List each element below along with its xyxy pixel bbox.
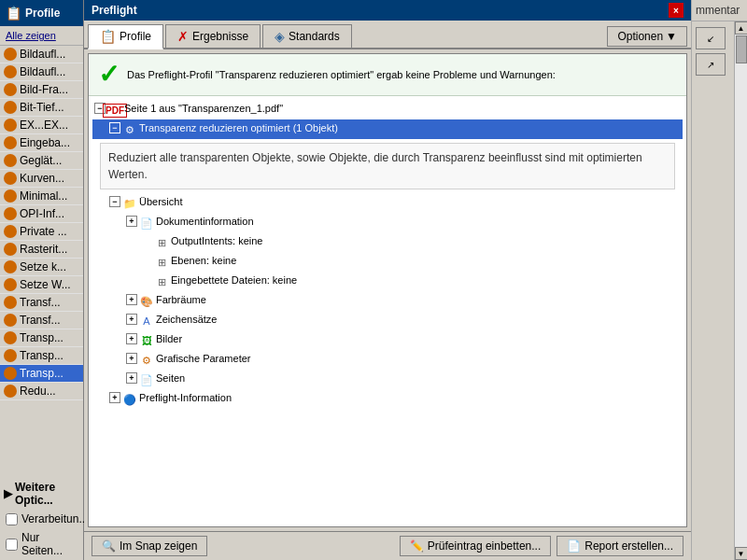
dokument-label: Dokumentinformation — [156, 215, 681, 229]
tree-node[interactable]: ⊞ OutputIntents: keine — [92, 232, 683, 252]
nur-seiten-checkbox[interactable] — [6, 539, 18, 551]
item-label: Minimal... — [20, 189, 67, 203]
item-label: Transp... — [20, 367, 63, 380]
pruef-label: Prüfeintrag einbetten... — [428, 539, 541, 553]
list-item[interactable]: Eingeba... — [0, 134, 83, 152]
item-icon — [4, 296, 17, 309]
seiten-label: Seiten — [156, 371, 681, 385]
list-item[interactable]: Bildaufl... — [0, 46, 83, 63]
bilder-expand-icon[interactable]: + — [126, 333, 137, 344]
tree-preflight-info-node[interactable]: + 🔵 Preflight-Information — [92, 389, 683, 409]
tree-node[interactable]: + 📄 Seiten — [92, 370, 683, 389]
item-label: Transp... — [20, 331, 63, 344]
list-item[interactable]: Transp... — [0, 347, 83, 365]
tab-standards[interactable]: ◈ Standards — [262, 24, 352, 48]
tree-node[interactable]: + A Zeichensätze — [92, 311, 683, 330]
options-button[interactable]: Optionen ▼ — [607, 26, 687, 47]
pruef-button[interactable]: ✏️ Prüfeintrag einbetten... — [400, 536, 551, 556]
item-label: Eingeba... — [20, 136, 70, 149]
ergebnisse-tab-icon: ✗ — [177, 29, 189, 44]
item-label: Bild-Fra... — [20, 83, 68, 96]
uebersicht-label: Übersicht — [139, 195, 681, 209]
checkbox-row-1: Verarbeitun... — [0, 510, 83, 528]
tab-ergebnisse[interactable]: ✗ Ergebnisse — [165, 24, 261, 48]
list-item[interactable]: Transf... — [0, 312, 83, 329]
item-icon — [4, 119, 17, 132]
page-node-label: Seite 1 aus "Transparenzen_1.pdf" — [124, 102, 681, 116]
tabs-bar: 📋 Profile ✗ Ergebnisse ◈ Standards Optio… — [84, 21, 691, 49]
right-panel: mmentar ↙ ↗ ▲ ▼ — [691, 0, 747, 560]
list-item-active[interactable]: Transp... — [0, 365, 83, 383]
list-item[interactable]: Transf... — [0, 294, 83, 312]
list-item[interactable]: EX...EX... — [0, 117, 83, 134]
scroll-up-arrow[interactable]: ▲ — [735, 21, 748, 35]
list-item[interactable]: Setze k... — [0, 259, 83, 276]
list-item[interactable]: Bit-Tief... — [0, 99, 83, 117]
tree-node[interactable]: + 🎨 Farbräume — [92, 291, 683, 311]
tree-node[interactable]: ⊞ Eingebettete Dateien: keine — [92, 272, 683, 291]
tree-node[interactable]: + ⚙ Grafische Parameter — [92, 350, 683, 370]
weitere-section[interactable]: ▶ Weitere Optic... — [0, 478, 83, 510]
scroll-down-arrow[interactable]: ▼ — [735, 547, 748, 560]
item-label: Transp... — [20, 349, 63, 362]
item-icon — [4, 260, 17, 273]
ebenen-label: Ebenen: keine — [171, 254, 681, 268]
grafisch-icon: ⚙ — [139, 353, 154, 368]
zeichen-expand-icon[interactable]: + — [126, 314, 137, 325]
snap-icon: 🔍 — [102, 539, 116, 553]
item-icon — [4, 207, 17, 220]
uebersicht-icon: 📁 — [122, 196, 137, 211]
item-icon — [4, 154, 17, 167]
list-item[interactable]: Private ... — [0, 223, 83, 241]
left-panel-title-label: Profile — [25, 7, 60, 20]
list-item[interactable]: Geglät... — [0, 152, 83, 170]
success-checkmark-icon: ✓ — [98, 62, 120, 88]
item-label: Bildaufl... — [20, 48, 65, 61]
tree-uebersicht-node[interactable]: − 📁 Übersicht — [92, 193, 683, 213]
snap-button[interactable]: 🔍 Im Snap zeigen — [92, 536, 207, 556]
list-item[interactable]: Redu... — [0, 383, 83, 400]
list-item[interactable]: Rasterit... — [0, 241, 83, 259]
scroll-thumb[interactable] — [736, 35, 747, 63]
item-label: OPI-Inf... — [20, 207, 64, 220]
options-chevron-icon: ▼ — [666, 30, 677, 43]
report-button[interactable]: 📄 Report erstellen... — [557, 536, 684, 556]
tree-page-node[interactable]: − PDF Seite 1 aus "Transparenzen_1.pdf" — [92, 100, 683, 119]
item-icon — [4, 243, 17, 256]
list-item[interactable]: Bild-Fra... — [0, 81, 83, 99]
ebenen-icon: ⊞ — [154, 255, 169, 270]
list-item[interactable]: Transp... — [0, 329, 83, 347]
bilder-icon: 🖼 — [139, 333, 154, 348]
tab-profile[interactable]: 📋 Profile — [88, 24, 163, 49]
verarbeitung-checkbox[interactable] — [6, 513, 18, 525]
farb-expand-icon[interactable]: + — [126, 294, 137, 305]
list-item[interactable]: Minimal... — [0, 188, 83, 205]
item-icon — [4, 349, 17, 362]
success-bar: ✓ Das Preflight-Profil "Transparenz redu… — [89, 54, 686, 96]
output-label: OutputIntents: keine — [171, 234, 681, 248]
tabs-left: 📋 Profile ✗ Ergebnisse ◈ Standards — [88, 24, 352, 48]
selected-expand-icon[interactable]: − — [109, 122, 120, 133]
seiten-expand-icon[interactable]: + — [126, 372, 137, 384]
dokument-expand-icon[interactable]: + — [126, 216, 137, 227]
right-icon-btn-1[interactable]: ↙ — [696, 27, 726, 49]
grafisch-expand-icon[interactable]: + — [126, 353, 137, 364]
list-item[interactable]: OPI-Inf... — [0, 205, 83, 223]
preflight-expand-icon[interactable]: + — [109, 392, 120, 403]
tree-node[interactable]: + 🖼 Bilder — [92, 330, 683, 350]
list-item[interactable]: Bildaufl... — [0, 63, 83, 81]
checkbox-label-1: Verarbeitun... — [21, 512, 88, 525]
eingebettete-label: Eingebettete Dateien: keine — [171, 273, 681, 287]
list-item[interactable]: Kurven... — [0, 170, 83, 188]
seiten-icon: 📄 — [139, 372, 154, 387]
all-show-link[interactable]: Alle zeigen — [0, 26, 83, 46]
list-item[interactable]: Setze W... — [0, 276, 83, 294]
snap-label: Im Snap zeigen — [120, 539, 197, 553]
tree-selected-node[interactable]: − ⚙ Transparenz reduzieren optimiert (1 … — [92, 119, 683, 139]
uebersicht-expand-icon[interactable]: − — [109, 196, 120, 207]
tab-ergebnisse-label: Ergebnisse — [192, 30, 248, 43]
right-icon-btn-2[interactable]: ↗ — [696, 53, 726, 76]
tree-node[interactable]: ⊞ Ebenen: keine — [92, 252, 683, 272]
tree-node[interactable]: + 📄 Dokumentinformation — [92, 213, 683, 232]
close-button[interactable]: × — [669, 3, 684, 18]
